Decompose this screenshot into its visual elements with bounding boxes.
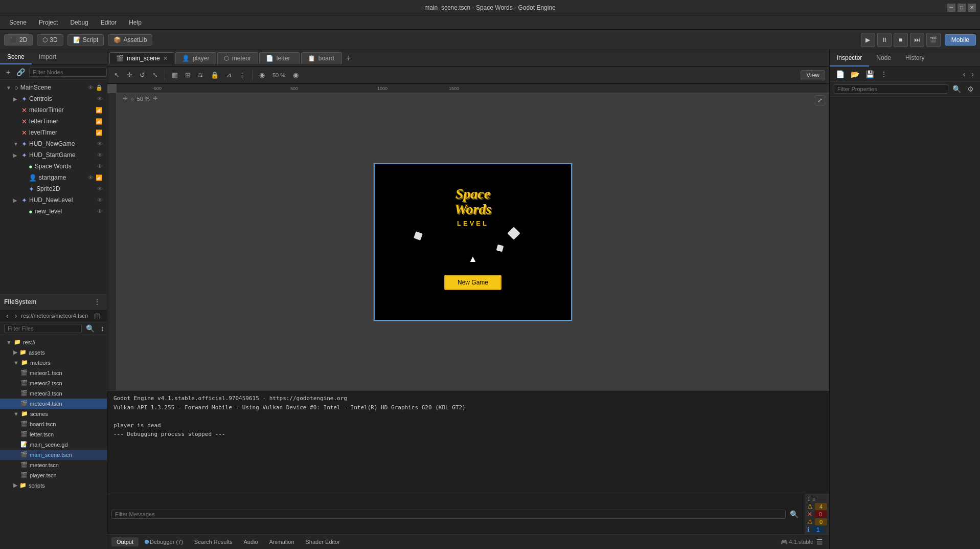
add-tab-button[interactable]: + — [343, 54, 354, 63]
mobile-button[interactable]: Mobile — [945, 34, 976, 46]
lock-button[interactable]: 🔒 — [208, 70, 221, 80]
tab-meteor[interactable]: ⬡ meteor — [217, 52, 258, 64]
tab-board[interactable]: 📋 board — [301, 52, 342, 64]
tree-item-leveltimer[interactable]: ✕ levelTimer 📶 — [0, 127, 107, 138]
play-button[interactable]: ▶ — [861, 33, 875, 47]
view-2d-button[interactable]: ⬛ 2D — [4, 34, 33, 46]
file-item-meteor2[interactable]: 🎬 meteor2.tscn — [0, 378, 107, 388]
file-item-assets[interactable]: ▶ 📁 assets — [0, 347, 107, 358]
game-canvas[interactable]: SpaceWords LEVEL ▲ New Game — [373, 163, 573, 321]
tab-player[interactable]: 👤 player — [175, 52, 216, 64]
grid-button[interactable]: ≋ — [195, 70, 206, 80]
view-3d-button[interactable]: ⬡ 3D — [37, 34, 63, 46]
add-node-button[interactable]: + — [4, 67, 12, 77]
menu-editor[interactable]: Editor — [96, 18, 122, 27]
file-item-main-gd[interactable]: 📝 main_scene.gd — [0, 440, 107, 450]
movie-button[interactable]: 🎬 — [926, 33, 941, 47]
filter-nodes-input[interactable] — [29, 68, 107, 77]
zoom-in-button[interactable]: ◉ — [290, 70, 301, 80]
bottom-settings-button[interactable]: ☰ — [814, 537, 825, 547]
inspector-open-button[interactable]: 📂 — [849, 69, 861, 79]
tab-audio[interactable]: Audio — [238, 537, 263, 546]
minimize-button[interactable]: ─ — [947, 4, 955, 12]
stop-button[interactable]: ■ — [894, 33, 908, 47]
filter-files-input[interactable] — [4, 324, 82, 333]
tree-item-newlevel[interactable]: ● new_level 👁 — [0, 206, 107, 217]
zoom-out-button[interactable]: ◉ — [257, 70, 267, 80]
tree-item-startgame[interactable]: 👤 startgame 👁 📶 — [0, 172, 107, 183]
file-item-scenes[interactable]: ▼ 📁 scenes — [0, 409, 107, 419]
file-item-letter[interactable]: 🎬 letter.tscn — [0, 429, 107, 440]
tab-letter[interactable]: 📄 letter — [259, 52, 300, 64]
file-item-meteor4[interactable]: 🎬 meteor4.tscn — [0, 399, 107, 409]
tree-item-lettertimer[interactable]: ✕ letterTimer 📶 — [0, 116, 107, 127]
tree-item-hudnewgame[interactable]: ▼ ✦ HUD_NewGame 👁 — [0, 138, 107, 149]
tree-item-mainscene[interactable]: ▼ ○ MainScene 👁 🔒 — [0, 82, 107, 93]
tab-main-scene[interactable]: 🎬 main_scene ✕ — [109, 52, 174, 64]
filter-files-search[interactable]: 🔍 — [84, 323, 97, 334]
script-button[interactable]: 📝 Script — [67, 34, 104, 46]
filter-search-button[interactable]: 🔍 — [788, 509, 801, 519]
tab-close-main[interactable]: ✕ — [163, 55, 168, 62]
more-tools-button[interactable]: ⋮ — [236, 70, 248, 80]
tree-item-spacewords[interactable]: ● Space Words 👁 — [0, 161, 107, 172]
filesystem-options-button[interactable]: ⋮ — [92, 297, 103, 307]
maximize-button[interactable]: □ — [958, 4, 966, 12]
snap-button[interactable]: ⊞ — [183, 70, 193, 80]
filter-props-search[interactable]: 🔍 — [950, 84, 963, 94]
file-item-board[interactable]: 🎬 board.tscn — [0, 419, 107, 429]
forward-button[interactable]: › — [13, 311, 19, 321]
inspector-next-button[interactable]: › — [969, 69, 976, 79]
inspector-new-button[interactable]: 📄 — [834, 69, 847, 79]
close-button[interactable]: ✕ — [968, 4, 976, 12]
filesystem-filter-button[interactable]: ▤ — [92, 311, 103, 321]
file-item-scripts[interactable]: ▶ 📁 scripts — [0, 480, 107, 491]
filter-files-sort[interactable]: ↕ — [99, 323, 106, 334]
transform-button[interactable]: ▦ — [169, 70, 180, 80]
tab-inspector[interactable]: Inspector — [830, 50, 869, 67]
menu-help[interactable]: Help — [124, 18, 147, 27]
file-item-meteor-tscn[interactable]: 🎬 meteor.tscn — [0, 460, 107, 470]
menu-debug[interactable]: Debug — [65, 18, 93, 27]
tree-item-controls[interactable]: ▶ ✦ Controls 👁 — [0, 93, 107, 104]
tab-import[interactable]: Import — [32, 50, 63, 64]
file-item-res[interactable]: ▼ 📁 res:// — [0, 337, 107, 347]
file-item-meteor1[interactable]: 🎬 meteor1.tscn — [0, 368, 107, 378]
step-button[interactable]: ⏭ — [910, 33, 924, 47]
assetlib-button[interactable]: 📦 AssetLib — [108, 34, 152, 46]
scale-tool-button[interactable]: ⤡ — [150, 70, 161, 80]
file-item-player[interactable]: 🎬 player.tscn — [0, 470, 107, 480]
file-item-main-tscn[interactable]: 🎬 main_scene.tscn — [0, 450, 107, 460]
group-button[interactable]: ⊿ — [223, 70, 234, 80]
tree-item-hudstartgame[interactable]: ▶ ✦ HUD_StartGame 👁 — [0, 149, 107, 161]
canvas-viewport[interactable]: SpaceWords LEVEL ▲ New Game — [117, 93, 829, 390]
tab-search[interactable]: Search Results — [189, 537, 238, 546]
tree-item-meteortimer[interactable]: ✕ meteorTimer 📶 — [0, 104, 107, 116]
tab-debugger[interactable]: Debugger (7) — [140, 537, 188, 546]
menu-project[interactable]: Project — [34, 18, 63, 27]
move-tool-button[interactable]: ✛ — [124, 70, 135, 80]
tab-scene[interactable]: Scene — [0, 50, 32, 64]
filter-messages-input[interactable] — [111, 510, 786, 519]
select-tool-button[interactable]: ↖ — [111, 70, 122, 80]
pause-button[interactable]: ⏸ — [877, 33, 892, 47]
filter-properties-input[interactable] — [834, 84, 948, 94]
inspector-save-button[interactable]: 💾 — [863, 69, 876, 79]
tree-item-hudnewlevel[interactable]: ▶ ✦ HUD_NewLevel 👁 — [0, 194, 107, 206]
tab-animation[interactable]: Animation — [264, 537, 300, 546]
view-button[interactable]: View — [801, 70, 825, 80]
menu-scene[interactable]: Scene — [4, 18, 32, 27]
tab-shader[interactable]: Shader Editor — [301, 537, 345, 546]
file-item-meteors[interactable]: ▼ 📁 meteors — [0, 358, 107, 368]
expand-canvas-button[interactable]: ⤢ — [815, 95, 825, 105]
link-node-button[interactable]: 🔗 — [14, 67, 27, 77]
filter-props-settings[interactable]: ⚙ — [965, 84, 976, 94]
tab-history[interactable]: History — [898, 50, 931, 67]
tab-node[interactable]: Node — [869, 50, 898, 67]
tab-output[interactable]: Output — [111, 537, 139, 546]
tree-item-sprite2d[interactable]: ✦ Sprite2D 👁 — [0, 183, 107, 194]
back-button[interactable]: ‹ — [4, 311, 11, 321]
rotate-tool-button[interactable]: ↺ — [137, 70, 148, 80]
new-game-button[interactable]: New Game — [444, 275, 502, 290]
inspector-more-button[interactable]: ⋮ — [878, 69, 890, 79]
